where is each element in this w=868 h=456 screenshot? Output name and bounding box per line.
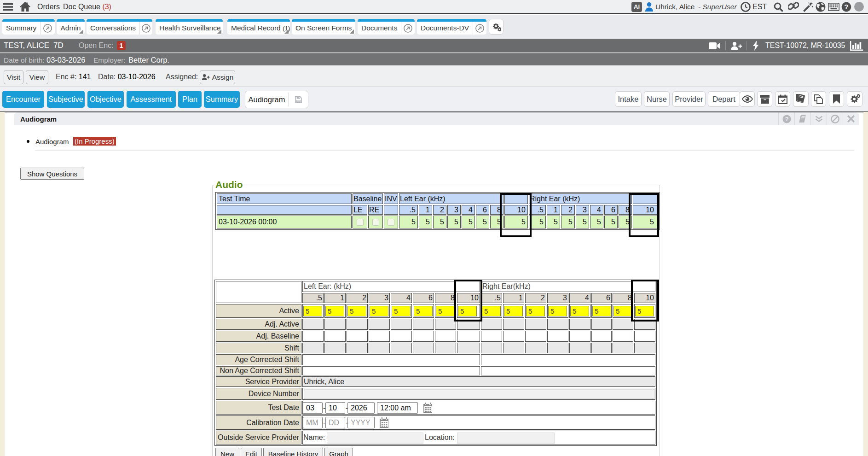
svg-text:?: ? — [844, 3, 848, 11]
svg-text:?: ? — [785, 116, 788, 123]
